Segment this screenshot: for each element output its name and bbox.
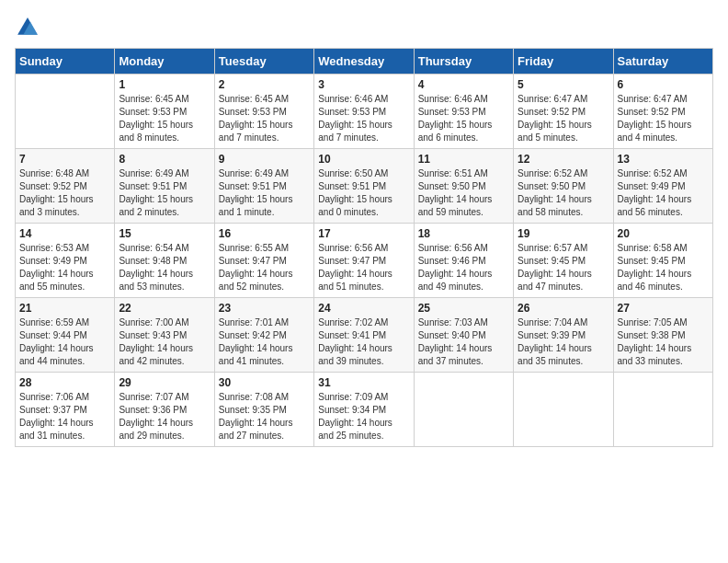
weekday-header: Monday bbox=[115, 49, 214, 75]
day-info: Sunrise: 6:56 AMSunset: 9:47 PMDaylight:… bbox=[318, 242, 409, 293]
day-number: 5 bbox=[518, 78, 609, 91]
calendar-cell: 21Sunrise: 6:59 AMSunset: 9:44 PMDayligh… bbox=[16, 298, 115, 373]
calendar-cell: 11Sunrise: 6:51 AMSunset: 9:50 PMDayligh… bbox=[414, 149, 513, 224]
calendar-cell: 26Sunrise: 7:04 AMSunset: 9:39 PMDayligh… bbox=[514, 298, 613, 373]
day-number: 19 bbox=[518, 227, 609, 240]
day-info: Sunrise: 7:03 AMSunset: 9:40 PMDaylight:… bbox=[418, 316, 509, 368]
calendar-cell bbox=[514, 373, 613, 447]
logo-icon bbox=[15, 15, 40, 40]
day-number: 17 bbox=[318, 227, 409, 240]
day-info: Sunrise: 7:08 AMSunset: 9:35 PMDaylight:… bbox=[219, 391, 310, 442]
day-info: Sunrise: 7:02 AMSunset: 9:41 PMDaylight:… bbox=[318, 316, 409, 368]
day-info: Sunrise: 6:49 AMSunset: 9:51 PMDaylight:… bbox=[119, 167, 210, 219]
calendar-cell: 15Sunrise: 6:54 AMSunset: 9:48 PMDayligh… bbox=[115, 224, 214, 298]
day-info: Sunrise: 7:09 AMSunset: 9:34 PMDaylight:… bbox=[318, 391, 409, 442]
day-number: 23 bbox=[219, 302, 310, 315]
day-number: 6 bbox=[618, 78, 709, 91]
calendar-week-row: 21Sunrise: 6:59 AMSunset: 9:44 PMDayligh… bbox=[16, 298, 713, 373]
calendar-cell: 23Sunrise: 7:01 AMSunset: 9:42 PMDayligh… bbox=[214, 298, 313, 373]
calendar-cell: 1Sunrise: 6:45 AMSunset: 9:53 PMDaylight… bbox=[115, 75, 214, 149]
day-number: 3 bbox=[318, 78, 409, 91]
day-info: Sunrise: 6:53 AMSunset: 9:49 PMDaylight:… bbox=[19, 242, 110, 293]
calendar-cell: 9Sunrise: 6:49 AMSunset: 9:51 PMDaylight… bbox=[214, 149, 313, 224]
weekday-header: Thursday bbox=[414, 49, 513, 75]
calendar-cell: 31Sunrise: 7:09 AMSunset: 9:34 PMDayligh… bbox=[314, 373, 414, 447]
weekday-header: Wednesday bbox=[314, 49, 414, 75]
page-header bbox=[15, 15, 713, 40]
day-info: Sunrise: 6:56 AMSunset: 9:46 PMDaylight:… bbox=[418, 242, 509, 293]
day-info: Sunrise: 7:01 AMSunset: 9:42 PMDaylight:… bbox=[219, 316, 310, 368]
calendar-cell: 17Sunrise: 6:56 AMSunset: 9:47 PMDayligh… bbox=[314, 224, 414, 298]
day-number: 10 bbox=[318, 153, 409, 166]
day-info: Sunrise: 7:05 AMSunset: 9:38 PMDaylight:… bbox=[618, 316, 709, 368]
calendar-cell: 25Sunrise: 7:03 AMSunset: 9:40 PMDayligh… bbox=[414, 298, 513, 373]
day-number: 18 bbox=[418, 227, 509, 240]
calendar-cell: 14Sunrise: 6:53 AMSunset: 9:49 PMDayligh… bbox=[16, 224, 115, 298]
logo bbox=[15, 15, 42, 40]
day-info: Sunrise: 6:55 AMSunset: 9:47 PMDaylight:… bbox=[219, 242, 310, 293]
day-info: Sunrise: 7:06 AMSunset: 9:37 PMDaylight:… bbox=[19, 391, 110, 442]
weekday-header: Saturday bbox=[613, 49, 712, 75]
weekday-header: Sunday bbox=[16, 49, 115, 75]
day-info: Sunrise: 7:07 AMSunset: 9:36 PMDaylight:… bbox=[119, 391, 210, 442]
day-number: 16 bbox=[219, 227, 310, 240]
calendar-week-row: 14Sunrise: 6:53 AMSunset: 9:49 PMDayligh… bbox=[16, 224, 713, 298]
day-number: 8 bbox=[119, 153, 210, 166]
calendar-cell: 19Sunrise: 6:57 AMSunset: 9:45 PMDayligh… bbox=[514, 224, 613, 298]
calendar-cell: 16Sunrise: 6:55 AMSunset: 9:47 PMDayligh… bbox=[214, 224, 313, 298]
day-number: 9 bbox=[219, 153, 310, 166]
calendar-week-row: 1Sunrise: 6:45 AMSunset: 9:53 PMDaylight… bbox=[16, 75, 713, 149]
day-info: Sunrise: 6:51 AMSunset: 9:50 PMDaylight:… bbox=[418, 167, 509, 219]
calendar-cell: 13Sunrise: 6:52 AMSunset: 9:49 PMDayligh… bbox=[613, 149, 712, 224]
calendar-cell: 24Sunrise: 7:02 AMSunset: 9:41 PMDayligh… bbox=[314, 298, 414, 373]
day-number: 30 bbox=[219, 376, 310, 389]
day-number: 26 bbox=[518, 302, 609, 315]
day-info: Sunrise: 6:45 AMSunset: 9:53 PMDaylight:… bbox=[219, 93, 310, 144]
day-number: 29 bbox=[119, 376, 210, 389]
day-info: Sunrise: 6:46 AMSunset: 9:53 PMDaylight:… bbox=[318, 93, 409, 144]
day-number: 1 bbox=[119, 78, 210, 91]
day-number: 14 bbox=[19, 227, 110, 240]
calendar-cell: 12Sunrise: 6:52 AMSunset: 9:50 PMDayligh… bbox=[514, 149, 613, 224]
day-number: 20 bbox=[618, 227, 709, 240]
day-number: 22 bbox=[119, 302, 210, 315]
day-number: 15 bbox=[119, 227, 210, 240]
calendar-cell bbox=[414, 373, 513, 447]
day-info: Sunrise: 6:49 AMSunset: 9:51 PMDaylight:… bbox=[219, 167, 310, 219]
day-number: 7 bbox=[19, 153, 110, 166]
calendar-cell: 8Sunrise: 6:49 AMSunset: 9:51 PMDaylight… bbox=[115, 149, 214, 224]
day-number: 25 bbox=[418, 302, 509, 315]
calendar-cell: 2Sunrise: 6:45 AMSunset: 9:53 PMDaylight… bbox=[214, 75, 313, 149]
day-number: 4 bbox=[418, 78, 509, 91]
calendar-cell: 18Sunrise: 6:56 AMSunset: 9:46 PMDayligh… bbox=[414, 224, 513, 298]
day-info: Sunrise: 6:47 AMSunset: 9:52 PMDaylight:… bbox=[618, 93, 709, 144]
day-info: Sunrise: 6:52 AMSunset: 9:50 PMDaylight:… bbox=[518, 167, 609, 219]
calendar-cell: 29Sunrise: 7:07 AMSunset: 9:36 PMDayligh… bbox=[115, 373, 214, 447]
day-info: Sunrise: 7:04 AMSunset: 9:39 PMDaylight:… bbox=[518, 316, 609, 368]
calendar-week-row: 28Sunrise: 7:06 AMSunset: 9:37 PMDayligh… bbox=[16, 373, 713, 447]
day-number: 28 bbox=[19, 376, 110, 389]
calendar-cell: 4Sunrise: 6:46 AMSunset: 9:53 PMDaylight… bbox=[414, 75, 513, 149]
day-number: 2 bbox=[219, 78, 310, 91]
day-info: Sunrise: 6:57 AMSunset: 9:45 PMDaylight:… bbox=[518, 242, 609, 293]
weekday-header: Tuesday bbox=[214, 49, 313, 75]
calendar-cell: 30Sunrise: 7:08 AMSunset: 9:35 PMDayligh… bbox=[214, 373, 313, 447]
day-info: Sunrise: 6:58 AMSunset: 9:45 PMDaylight:… bbox=[618, 242, 709, 293]
day-number: 12 bbox=[518, 153, 609, 166]
day-info: Sunrise: 6:54 AMSunset: 9:48 PMDaylight:… bbox=[119, 242, 210, 293]
day-info: Sunrise: 6:46 AMSunset: 9:53 PMDaylight:… bbox=[418, 93, 509, 144]
day-info: Sunrise: 6:59 AMSunset: 9:44 PMDaylight:… bbox=[19, 316, 110, 368]
calendar-table: SundayMondayTuesdayWednesdayThursdayFrid… bbox=[15, 48, 713, 447]
day-number: 27 bbox=[618, 302, 709, 315]
calendar-cell: 27Sunrise: 7:05 AMSunset: 9:38 PMDayligh… bbox=[613, 298, 712, 373]
day-number: 31 bbox=[318, 376, 409, 389]
day-info: Sunrise: 6:47 AMSunset: 9:52 PMDaylight:… bbox=[518, 93, 609, 144]
calendar-cell: 6Sunrise: 6:47 AMSunset: 9:52 PMDaylight… bbox=[613, 75, 712, 149]
calendar-cell: 3Sunrise: 6:46 AMSunset: 9:53 PMDaylight… bbox=[314, 75, 414, 149]
day-number: 13 bbox=[618, 153, 709, 166]
calendar-cell: 28Sunrise: 7:06 AMSunset: 9:37 PMDayligh… bbox=[16, 373, 115, 447]
day-info: Sunrise: 6:48 AMSunset: 9:52 PMDaylight:… bbox=[19, 167, 110, 219]
calendar-cell: 20Sunrise: 6:58 AMSunset: 9:45 PMDayligh… bbox=[613, 224, 712, 298]
day-info: Sunrise: 6:52 AMSunset: 9:49 PMDaylight:… bbox=[618, 167, 709, 219]
calendar-cell: 7Sunrise: 6:48 AMSunset: 9:52 PMDaylight… bbox=[16, 149, 115, 224]
